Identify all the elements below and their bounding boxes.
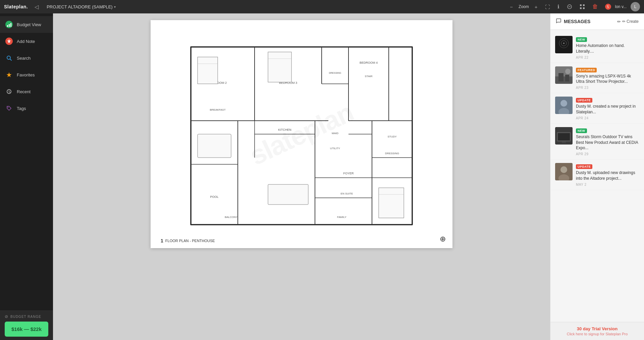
- message-text: Seurals Storm Outdoor TV wins Best New P…: [576, 134, 639, 151]
- message-thumbnail: [555, 66, 573, 84]
- trial-title: 30 day Trial Version: [555, 326, 639, 331]
- sidebar-item-recent-label: Recent: [17, 89, 31, 94]
- info-button[interactable]: ℹ: [556, 2, 561, 11]
- message-thumbnail: [555, 127, 573, 145]
- message-thumbnail: [555, 163, 573, 180]
- sidebar-item-search-label: Search: [17, 56, 31, 61]
- grid-button[interactable]: [578, 3, 587, 11]
- project-name[interactable]: PROJECT ALTADORE (SAMPLE) ▾: [47, 4, 116, 9]
- message-item[interactable]: NEW Seurals Storm Outdoor TV wins Best N…: [550, 124, 644, 160]
- collapse-sidebar-button[interactable]: ◁: [35, 4, 39, 10]
- trial-footer[interactable]: 30 day Trial Version Click here to signu…: [550, 322, 644, 340]
- svg-text:BALCONY: BALCONY: [225, 216, 238, 219]
- zoom-in-button[interactable]: +: [533, 3, 539, 11]
- message-text: Home Automation on hand. Literally....: [576, 43, 639, 54]
- svg-point-85: [560, 166, 567, 173]
- sidebar-item-budget-view-label: Budget View: [17, 22, 41, 27]
- sidebar-item-recent[interactable]: Recent: [0, 83, 53, 100]
- svg-text:FOYER: FOYER: [343, 172, 354, 175]
- svg-rect-66: [379, 188, 404, 218]
- svg-point-12: [8, 107, 8, 108]
- svg-rect-6: [7, 25, 8, 27]
- trial-subtitle: Click here to signup for Slateplan Pro: [555, 332, 639, 336]
- message-badge: UPDATE: [576, 98, 592, 103]
- canvas-area[interactable]: slateplan: [53, 13, 550, 340]
- layers-button[interactable]: [565, 3, 574, 11]
- svg-rect-4: [580, 7, 582, 9]
- add-note-icon: [5, 38, 13, 45]
- message-badge: FEATURED: [576, 68, 597, 72]
- messages-list: NEW Home Automation on hand. Literally..…: [550, 30, 644, 322]
- zoom-out-button[interactable]: −: [508, 3, 515, 11]
- floor-plan-sheet: slateplan: [151, 20, 452, 248]
- svg-rect-74: [558, 73, 564, 81]
- sidebar-item-add-note[interactable]: Add Note: [0, 33, 53, 50]
- message-date: MAY 2: [576, 183, 639, 186]
- message-content: FEATURED Sony's amazing LSPX-W1S 4k Ultr…: [576, 66, 639, 90]
- message-date: APR 29: [576, 152, 639, 156]
- svg-text:KITCHEN: KITCHEN: [278, 128, 291, 131]
- zoom-label: Zoom: [519, 4, 529, 9]
- budget-range-section: ⊘ BUDGET RANGE $16k — $22k: [0, 310, 53, 340]
- svg-text:BEDROOM 4: BEDROOM 4: [360, 61, 378, 64]
- message-date: APR 23: [576, 86, 639, 90]
- avatar[interactable]: L: [631, 2, 640, 11]
- svg-rect-8: [10, 23, 11, 27]
- svg-rect-60: [198, 57, 218, 84]
- sidebar-item-tags[interactable]: Tags: [0, 100, 53, 117]
- svg-text:BREAKFAST: BREAKFAST: [210, 108, 225, 111]
- sidebar-item-add-note-label: Add Note: [17, 39, 35, 44]
- message-thumbnail: [555, 97, 573, 114]
- budget-range-value[interactable]: $16k — $22k: [5, 322, 48, 337]
- search-icon: [5, 54, 13, 62]
- message-item[interactable]: FEATURED Sony's amazing LSPX-W1S 4k Ultr…: [550, 63, 644, 94]
- user-name: lon v...: [615, 4, 627, 9]
- sidebar-spacer: [0, 117, 53, 310]
- sidebar-item-budget-view[interactable]: Budget View: [0, 16, 53, 33]
- svg-rect-5: [583, 7, 585, 9]
- recent-icon: [5, 88, 13, 95]
- zoom-fit-button[interactable]: ⛶: [543, 3, 552, 11]
- svg-rect-83: [562, 141, 566, 143]
- svg-text:MAID: MAID: [332, 132, 338, 135]
- message-thumbnail: [555, 36, 573, 53]
- svg-rect-62: [268, 52, 291, 82]
- svg-point-76: [565, 69, 571, 74]
- app-logo: Slateplan.: [4, 4, 28, 9]
- message-text: Dusty M. uploaded new drawings into the …: [576, 170, 639, 181]
- floor-plan-svg: BEDROOM 2 BEDROOM 3 BEDROOM 4 BREAKFAST …: [171, 30, 432, 238]
- svg-text:UTILITY: UTILITY: [330, 147, 340, 150]
- sidebar-item-favorites-label: Favorites: [17, 72, 35, 77]
- message-item[interactable]: UPDATE Dusty M. created a new project in…: [550, 93, 644, 124]
- message-date: APR 22: [576, 56, 639, 59]
- message-item[interactable]: UPDATE Dusty M. uploaded new drawings in…: [550, 160, 644, 190]
- message-badge: NEW: [576, 128, 587, 133]
- floor-plan-label: 1 FLOOR PLAN - PENTHOUSE: [161, 238, 215, 243]
- sidebar-item-favorites[interactable]: ★ Favorites: [0, 66, 53, 83]
- notification-badge[interactable]: 5: [605, 4, 611, 10]
- svg-text:DRESSING: DRESSING: [329, 72, 341, 74]
- topbar: Slateplan. ◁ PROJECT ALTADORE (SAMPLE) ▾…: [0, 0, 644, 13]
- messages-panel-header: MESSAGES ✏ ✏ Create: [550, 13, 644, 30]
- message-content: NEW Home Automation on hand. Literally..…: [576, 36, 639, 59]
- message-item[interactable]: NEW Home Automation on hand. Literally..…: [550, 33, 644, 63]
- sidebar-item-tags-label: Tags: [17, 106, 26, 111]
- delete-button[interactable]: 🗑: [591, 2, 600, 11]
- svg-text:STAIR: STAIR: [365, 75, 373, 78]
- budget-range-icon: ⊘: [5, 314, 8, 319]
- svg-rect-82: [558, 133, 570, 140]
- favorites-icon: ★: [5, 71, 13, 78]
- svg-rect-64: [198, 134, 231, 158]
- sidebar-item-search[interactable]: Search: [0, 50, 53, 66]
- budget-view-icon: [5, 21, 13, 28]
- messages-panel: MESSAGES ✏ ✏ Create NEW: [550, 13, 644, 340]
- create-message-button[interactable]: ✏ ✏ Create: [617, 19, 639, 24]
- messages-title: MESSAGES: [556, 18, 590, 25]
- tags-icon: [5, 105, 13, 112]
- svg-text:DRESSING: DRESSING: [385, 152, 399, 155]
- svg-rect-7: [9, 24, 10, 27]
- svg-line-10: [10, 59, 11, 60]
- svg-rect-75: [565, 75, 569, 81]
- svg-rect-2: [580, 4, 582, 6]
- message-text: Dusty M. created a new project in Slatep…: [576, 104, 639, 115]
